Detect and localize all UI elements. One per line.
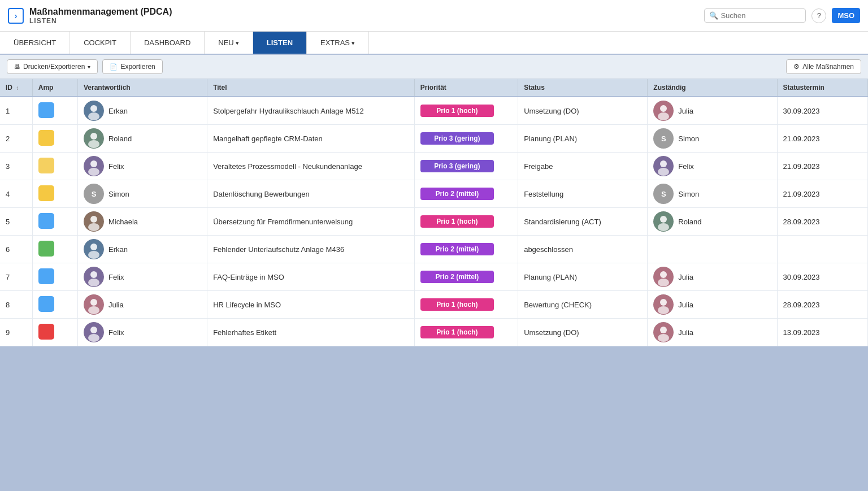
- table-row[interactable]: 3 FelixVeraltetes Prozessmodell - Neukun…: [0, 153, 868, 180]
- priority-badge: Prio 3 (gering): [420, 132, 494, 145]
- cell-verantwortlich: Michaela: [77, 208, 207, 236]
- verantwortlich-name: Erkan: [108, 107, 128, 115]
- cell-verantwortlich: Erkan: [77, 236, 207, 263]
- cell-verantwortlich: Felix: [77, 153, 207, 180]
- cell-status: Umsetzung (DO): [518, 97, 648, 125]
- svg-point-34: [660, 299, 667, 306]
- svg-point-13: [660, 160, 667, 167]
- priority-badge: Prio 1 (hoch): [420, 215, 494, 228]
- massnahmen-table: ID ↕ Amp Verantwortlich Titel Priorität …: [0, 79, 868, 346]
- cell-status: Umsetzung (DO): [518, 319, 648, 346]
- priority-badge: Prio 1 (hoch): [420, 298, 494, 311]
- sort-icon-id[interactable]: ↕: [16, 85, 19, 91]
- zustaendig-name: Julia: [678, 107, 693, 115]
- cell-prioritaet: Prio 1 (hoch): [414, 208, 518, 236]
- cell-id: 1: [0, 97, 32, 125]
- nav-item-neu[interactable]: NEU: [205, 32, 253, 54]
- col-header-id[interactable]: ID ↕: [0, 79, 32, 97]
- cell-zustaendig: Julia: [648, 263, 777, 291]
- cell-amp: [32, 97, 77, 125]
- cell-id: 5: [0, 208, 32, 236]
- export-icon: 📄: [110, 63, 118, 71]
- table-row[interactable]: 5 MichaelaÜbersetzung für Fremdfirmenunt…: [0, 208, 868, 236]
- cell-titel: Fehlender Unterlaufschutz Anlage M436: [207, 236, 415, 263]
- zustaendig-name: Julia: [678, 301, 693, 309]
- cell-statustermin: 30.09.2023: [777, 263, 868, 291]
- main-title: Maßnahmenmanagement (PDCA): [29, 7, 704, 17]
- priority-badge: Prio 1 (hoch): [420, 105, 494, 117]
- cell-titel: Mangelhaft gepflegte CRM-Daten: [207, 125, 415, 153]
- verantwortlich-name: Felix: [108, 328, 124, 337]
- cell-verantwortlich: Felix: [77, 319, 207, 346]
- cell-amp: [32, 291, 77, 319]
- printer-icon: 🖶: [14, 63, 20, 70]
- col-header-prioritaet: Priorität: [414, 79, 518, 97]
- table-row[interactable]: 1 ErkanStolpergefahr Hydraulikschlauch A…: [0, 97, 868, 125]
- cell-verantwortlich: Roland: [77, 125, 207, 153]
- priority-badge: Prio 3 (gering): [420, 160, 494, 172]
- cell-prioritaet: Prio 3 (gering): [414, 125, 518, 153]
- background-area: [0, 346, 868, 491]
- cell-verantwortlich: Julia: [77, 291, 207, 319]
- zustaendig-name: Roland: [678, 218, 701, 226]
- cell-verantwortlich: Erkan: [77, 97, 207, 125]
- zustaendig-name: Julia: [678, 273, 693, 281]
- toolbar-left: 🖶 Drucken/Exportieren ▾ 📄 Exportieren: [7, 59, 163, 74]
- print-export-button[interactable]: 🖶 Drucken/Exportieren ▾: [7, 59, 98, 74]
- cell-titel: HR Lifecycle in MSO: [207, 291, 415, 319]
- cell-prioritaet: Prio 1 (hoch): [414, 319, 518, 346]
- verantwortlich-name: Simon: [108, 190, 129, 198]
- verantwortlich-name: Roland: [108, 134, 132, 143]
- cell-amp: [32, 263, 77, 291]
- cell-amp: [32, 319, 77, 346]
- cell-status: Planung (PLAN): [518, 125, 648, 153]
- svg-point-11: [88, 168, 99, 176]
- svg-point-17: [88, 223, 99, 231]
- cell-zustaendig: SSimon: [648, 125, 777, 153]
- cell-status: Feststellung: [518, 180, 648, 208]
- col-header-status: Status: [518, 79, 648, 97]
- search-input[interactable]: [721, 11, 801, 20]
- table-row[interactable]: 4SSimonDatenlöschung BewerbungenPrio 2 (…: [0, 180, 868, 208]
- cell-titel: Veraltetes Prozessmodell - Neukundenanla…: [207, 153, 415, 180]
- svg-point-23: [88, 251, 99, 259]
- cell-zustaendig: Roland: [648, 208, 777, 236]
- cell-statustermin: [777, 236, 868, 263]
- cell-prioritaet: Prio 1 (hoch): [414, 291, 518, 319]
- svg-point-4: [660, 105, 667, 112]
- svg-point-1: [90, 105, 97, 112]
- table-row[interactable]: 7 FelixFAQ-Einträge in MSOPrio 2 (mittel…: [0, 263, 868, 291]
- svg-point-7: [90, 133, 97, 140]
- svg-point-32: [88, 306, 99, 314]
- search-box[interactable]: 🔍: [704, 8, 806, 23]
- verantwortlich-name: Julia: [108, 301, 124, 309]
- nav-item-cockpit[interactable]: COCKPIT: [70, 32, 131, 54]
- table-row[interactable]: 9 FelixFehlerhaftes EtikettPrio 1 (hoch)…: [0, 319, 868, 346]
- nav-bar: ÜBERSICHT COCKPIT DASHBOARD NEU LISTEN E…: [0, 32, 868, 55]
- svg-point-29: [658, 279, 669, 286]
- mso-logo: MSO: [832, 8, 860, 23]
- back-button[interactable]: ›: [8, 8, 24, 24]
- cell-id: 7: [0, 263, 32, 291]
- nav-item-ubersicht[interactable]: ÜBERSICHT: [0, 32, 70, 54]
- svg-point-22: [90, 244, 97, 250]
- svg-point-31: [90, 299, 97, 306]
- cell-amp: [32, 153, 77, 180]
- svg-point-2: [88, 112, 99, 120]
- table-row[interactable]: 6 ErkanFehlender Unterlaufschutz Anlage …: [0, 236, 868, 263]
- nav-item-extras[interactable]: EXTRAS: [307, 32, 369, 54]
- nav-item-listen[interactable]: LISTEN: [253, 32, 307, 54]
- cell-id: 9: [0, 319, 32, 346]
- export-button[interactable]: 📄 Exportieren: [102, 59, 162, 74]
- table-row[interactable]: 8 JuliaHR Lifecycle in MSOPrio 1 (hoch)B…: [0, 291, 868, 319]
- priority-badge: Prio 1 (hoch): [420, 326, 494, 338]
- svg-point-5: [658, 112, 669, 120]
- svg-point-41: [658, 334, 669, 342]
- table-row[interactable]: 2 RolandMangelhaft gepflegte CRM-DatenPr…: [0, 125, 868, 153]
- nav-item-dashboard[interactable]: DASHBOARD: [131, 32, 205, 54]
- cell-statustermin: 21.09.2023: [777, 125, 868, 153]
- alle-massnahmen-button[interactable]: ⚙ Alle Maßnahmen: [786, 59, 861, 74]
- cell-amp: [32, 236, 77, 263]
- col-header-titel: Titel: [207, 79, 415, 97]
- help-button[interactable]: ?: [811, 8, 826, 23]
